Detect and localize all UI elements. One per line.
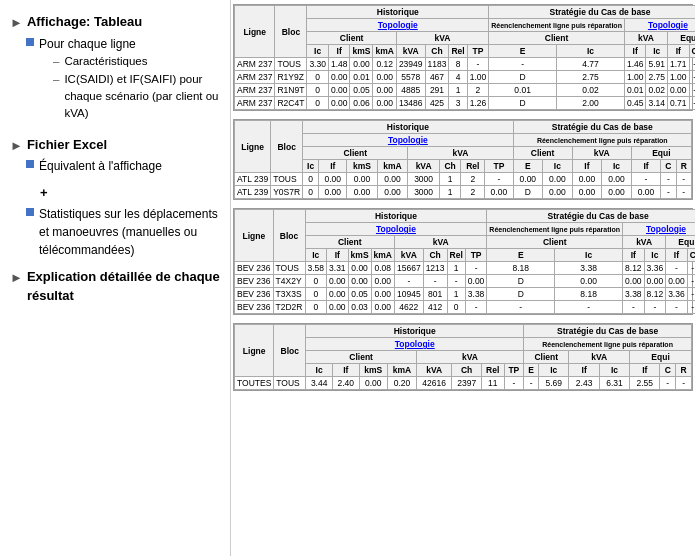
th-ic: Ic (307, 45, 329, 58)
topologie-strat-link-1[interactable]: Topologie (648, 20, 688, 30)
cell-data: - (524, 377, 539, 390)
cell-data: - (467, 58, 489, 71)
table-row: TOUTESTOUS3.442.400.000.2042616239711--5… (235, 377, 692, 390)
cell-data: - (676, 186, 691, 199)
atl239-table: Ligne Bloc Historique Stratégie du Cas d… (234, 120, 692, 199)
topologie-header-2[interactable]: Topologie (303, 134, 513, 147)
client-header-1: Client (307, 32, 397, 45)
cell-data: 5578 (396, 71, 425, 84)
cell-ligne: TOUTES (235, 377, 274, 390)
cell-data: - (687, 288, 695, 301)
section-fichier-label: Fichier Excel (27, 135, 107, 155)
cell-data: 3.30 (307, 58, 329, 71)
topologie-header-1[interactable]: Topologie (307, 19, 489, 32)
cell-data: - (661, 186, 676, 199)
section-affichage-label: Affichage: Tableau (27, 12, 142, 32)
cell-bloc: Y0S7R (271, 186, 303, 199)
cell-ligne: ARM 237 (235, 71, 275, 84)
client-strat-2: Client (513, 147, 572, 160)
cell-data: 1 (449, 84, 467, 97)
bullet-equiv-label: Équivalent à l'affichage (39, 157, 162, 175)
topologie-link-3[interactable]: Topologie (376, 224, 416, 234)
topologie-link-2[interactable]: Topologie (388, 135, 428, 145)
client-strat-1: Client (489, 32, 625, 45)
header-strategie-1: Stratégie du Cas de base (489, 6, 695, 19)
cell-data: 4 (449, 71, 467, 84)
cell-data: - (676, 173, 691, 186)
cell-data: 2 (461, 186, 485, 199)
cell-data: 1 (439, 186, 460, 199)
section-explication-label: Explication détaillée de chaque résultat (27, 267, 220, 306)
cell-data: 1213 (423, 262, 447, 275)
topologie-header-4[interactable]: Topologie (306, 338, 524, 351)
cell-data: 0.00 (513, 173, 543, 186)
cell-data: 1.00 (624, 71, 646, 84)
sub-item-ic: – IC(SAIDI) et IF(SAIFI) pour chaque scé… (53, 71, 220, 123)
cell-data: 1.00 (668, 71, 690, 84)
equi-strat-1: Equi (668, 32, 695, 45)
cell-data: 10945 (395, 288, 424, 301)
cell-data: 3.36 (666, 288, 688, 301)
bullet-stats-label: Statistiques sur les déplacements et man… (39, 205, 220, 259)
section-fichier-title: ► Fichier Excel (10, 135, 220, 156)
th-ch: Ch (425, 45, 449, 58)
table-row: ARM 237TOUS3.301.480.000.122394911838--4… (235, 58, 696, 71)
cell-data: 0.00 (623, 275, 645, 288)
topologie-strat-1[interactable]: Topologie (624, 19, 695, 32)
cell-data: 0.00 (631, 186, 661, 199)
topologie-strat-3[interactable]: Topologie (623, 223, 695, 236)
cell-data: 0.00 (543, 186, 573, 199)
dash-icon: – (53, 53, 59, 70)
cell-data: - (687, 301, 695, 314)
cell-data: - (689, 71, 695, 84)
bullet-square-icon (26, 38, 34, 46)
cell-data: 8.12 (623, 262, 645, 275)
cell-data: 1.46 (624, 58, 646, 71)
cell-bloc: R1N9T (275, 84, 307, 97)
right-panel[interactable]: Ligne Bloc Historique Stratégie du Cas d… (230, 0, 695, 556)
topologie-link-4[interactable]: Topologie (395, 339, 435, 349)
topologie-header-3[interactable]: Topologie (305, 223, 487, 236)
cell-data: 0.45 (624, 97, 646, 110)
cell-data: 5.91 (646, 58, 668, 71)
cell-data: 0.00 (373, 97, 396, 110)
th-if2: If (624, 45, 646, 58)
cell-data: 0.00 (644, 275, 666, 288)
col-ligne-3: Ligne (235, 210, 274, 262)
topologie-link-1[interactable]: Topologie (378, 20, 418, 30)
header-historique-3: Historique (305, 210, 487, 223)
cell-data: 0.00 (371, 301, 394, 314)
cell-data: - (661, 173, 676, 186)
cell-data: 0.06 (350, 97, 373, 110)
cell-data: 0.00 (327, 301, 349, 314)
cell-data: 3000 (408, 186, 439, 199)
cell-data: D (487, 288, 555, 301)
th-c: C (689, 45, 695, 58)
left-panel: ► Affichage: Tableau Pour chaque ligne –… (0, 0, 230, 556)
cell-data: 0 (303, 186, 319, 199)
table-row: BEV 236T2D2R00.000.030.0046224120-------… (235, 301, 696, 314)
bullet-ligne-label: Pour chaque ligne (39, 37, 136, 51)
cell-data: 0.00 (319, 186, 347, 199)
cell-data: 412 (423, 301, 447, 314)
cell-data: 2.75 (557, 71, 625, 84)
cell-data: 6.31 (599, 377, 629, 390)
cell-data: 0.02 (557, 84, 625, 97)
cell-ligne: ATL 239 (235, 186, 271, 199)
reen-header-4: Réenclenchement ligne puis réparation (524, 338, 692, 351)
cell-data: - (447, 275, 465, 288)
col-ligne-4: Ligne (235, 325, 274, 377)
cell-data: 0.00 (666, 275, 688, 288)
sub-caract-label: Caractéristiques (64, 53, 147, 70)
cell-data: - (660, 377, 676, 390)
cell-data: 3.31 (327, 262, 349, 275)
topologie-strat-link-3[interactable]: Topologie (646, 224, 686, 234)
th-kms: kmS (350, 45, 373, 58)
cell-data: 0.00 (371, 275, 394, 288)
cell-data: 23949 (396, 58, 425, 71)
section-affichage: ► Affichage: Tableau Pour chaque ligne –… (10, 12, 220, 127)
cell-data: 3.36 (644, 262, 666, 275)
cell-data: 0.05 (350, 84, 373, 97)
cell-data: - (423, 275, 447, 288)
cell-data: 0 (305, 288, 327, 301)
